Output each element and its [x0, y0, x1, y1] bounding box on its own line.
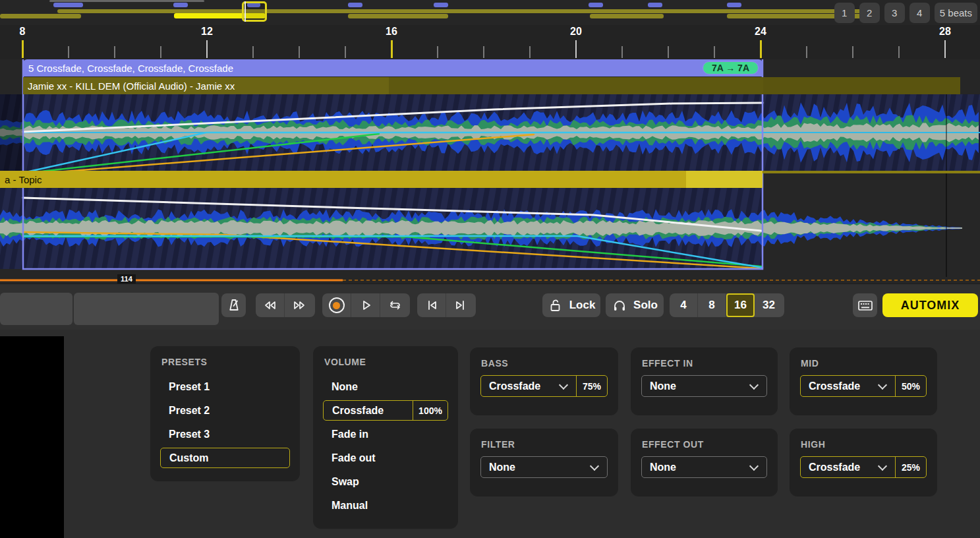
preset-item-preset-3[interactable]: Preset 3 [160, 423, 290, 446]
seek-group [256, 293, 315, 317]
transition-editor: PRESETS Preset 1Preset 2Preset 3Custom V… [0, 330, 980, 538]
play-icon [359, 298, 373, 313]
preset-item-preset-1[interactable]: Preset 1 [160, 375, 290, 399]
effect-out-dropdown[interactable]: None [641, 456, 767, 478]
mid-title: MID [790, 358, 937, 369]
mix-overview-minimap[interactable]: 12345 beats [0, 0, 980, 25]
minimap-cue-pill [727, 3, 741, 7]
ruler-tick [714, 46, 715, 58]
volume-title: VOLUME [313, 357, 458, 367]
ruler-bar-number: 12 [201, 26, 213, 38]
volume-item-none[interactable]: None [323, 375, 448, 399]
mid-percent[interactable]: 50% [896, 381, 926, 392]
ruler-tick [529, 46, 531, 58]
volume-item-manual[interactable]: Manual [323, 494, 448, 518]
ruler-tick [160, 46, 161, 58]
skip-start-button[interactable] [417, 293, 446, 317]
high-selected-value: Crossfade [809, 462, 860, 473]
skip-end-button[interactable] [446, 293, 475, 317]
presets-panel: PRESETS Preset 1Preset 2Preset 3Custom [150, 346, 300, 481]
left-panel-block [0, 293, 72, 325]
volume-item-fade-in[interactable]: Fade in [323, 423, 448, 446]
crossfade-selection-header[interactable]: 5 Crossfade, Crossfade, Crossfade, Cross… [23, 59, 763, 76]
play-button[interactable] [351, 293, 380, 317]
high-dropdown[interactable]: Crossfade 25% [800, 456, 927, 478]
bar-number-marker: 114 [117, 274, 136, 284]
fast-forward-button[interactable] [285, 293, 314, 317]
skip-group [417, 293, 476, 317]
effect-in-selected-value: None [650, 380, 676, 392]
fast-forward-icon [291, 298, 307, 313]
effect-out-title: EFFECT OUT [631, 439, 778, 450]
track2-title-bar[interactable]: a - Topic [0, 171, 763, 188]
mid-selected-value: Crossfade [809, 380, 860, 392]
bass-dropdown[interactable]: Crossfade 75% [480, 375, 608, 397]
volume-percent[interactable]: 100% [413, 401, 447, 420]
skip-end-icon [453, 298, 468, 313]
volume-item-crossfade[interactable]: Crossfade100% [323, 400, 448, 421]
lock-button[interactable]: Lock [542, 293, 600, 317]
ruler-bar-number: 8 [20, 26, 26, 38]
filter-dropdown[interactable]: None [480, 456, 608, 478]
high-percent[interactable]: 25% [896, 462, 926, 473]
track1-title-bar[interactable]: Jamie xx - KILL DEM (Official Audio) - J… [23, 77, 960, 94]
beat-length-8[interactable]: 8 [698, 293, 726, 317]
ruler-tick [299, 46, 300, 58]
filter-panel: FILTER None [470, 429, 618, 496]
preset-item-preset-2[interactable]: Preset 2 [160, 399, 290, 423]
bass-title: BASS [470, 358, 618, 369]
chevron-down-icon [558, 380, 567, 389]
mid-dropdown[interactable]: Crossfade 50% [800, 375, 927, 397]
timeline-ruler[interactable]: 81216202428 [0, 25, 980, 59]
preset-item-custom[interactable]: Custom [160, 448, 290, 468]
beat-length-4[interactable]: 4 [670, 293, 698, 317]
beat-jump-button-5[interactable]: 5 beats [935, 3, 977, 23]
ruler-bar-number: 28 [939, 26, 951, 38]
minimap-scrollbar[interactable] [49, 0, 204, 2]
dj-studio-app: 12345 beats 81216202428 5 Crossfade, Cro… [0, 0, 980, 538]
transport-bar: Lock Solo 481632 AUTOMIX [0, 284, 980, 330]
rewind-button[interactable] [256, 293, 285, 317]
volume-item-fade-out[interactable]: Fade out [323, 446, 448, 470]
lock-label: Lock [569, 299, 596, 312]
beat-jump-button-2[interactable]: 2 [859, 3, 880, 23]
metronome-button[interactable] [221, 293, 246, 317]
ruler-tick [345, 46, 346, 58]
ruler-tick [575, 40, 577, 58]
ruler-bar-number: 24 [755, 26, 766, 38]
chevron-down-icon [749, 461, 759, 470]
volume-item-swap[interactable]: Swap [323, 470, 448, 494]
minimap-cue-pill [348, 3, 362, 7]
mid-panel: MID Crossfade 50% [790, 347, 937, 415]
solo-button[interactable]: Solo [606, 293, 664, 317]
ruler-bar-number: 20 [570, 26, 582, 38]
filter-title: FILTER [470, 439, 618, 450]
bass-panel: BASS Crossfade 75% [470, 347, 618, 415]
keyboard-shortcuts-button[interactable] [853, 293, 877, 317]
record-button[interactable] [322, 293, 351, 317]
loop-icon [387, 298, 403, 313]
beat-length-16[interactable]: 16 [726, 293, 755, 317]
key-match-badge: 7A → 7A [703, 61, 759, 75]
minimap-playhead [245, 1, 246, 22]
metronome-icon [226, 297, 242, 313]
automix-button[interactable]: AUTOMIX [882, 293, 978, 317]
ruler-tick [206, 40, 208, 58]
effect-in-panel: EFFECT IN None [631, 347, 778, 415]
loop-button[interactable] [380, 293, 409, 317]
arrangement-timeline[interactable]: 5 Crossfade, Crossfade, Crossfade, Cross… [0, 59, 980, 284]
ruler-tick [806, 46, 807, 58]
headphones-icon [612, 297, 627, 313]
beat-length-32[interactable]: 32 [755, 293, 783, 317]
beat-jump-button-1[interactable]: 1 [834, 3, 855, 23]
ruler-tick [68, 46, 69, 58]
effect-in-dropdown[interactable]: None [641, 375, 767, 397]
beat-jump-button-4[interactable]: 4 [909, 3, 930, 23]
minimap-cue-pill [173, 3, 188, 7]
beat-length-group: 481632 [670, 293, 784, 317]
beat-jump-button-3[interactable]: 3 [884, 3, 905, 23]
ruler-tick [668, 46, 669, 58]
crossfade-label: 5 Crossfade, Crossfade, Crossfade, Cross… [28, 63, 233, 74]
bass-percent[interactable]: 75% [577, 381, 607, 392]
keyboard-icon [857, 297, 874, 313]
